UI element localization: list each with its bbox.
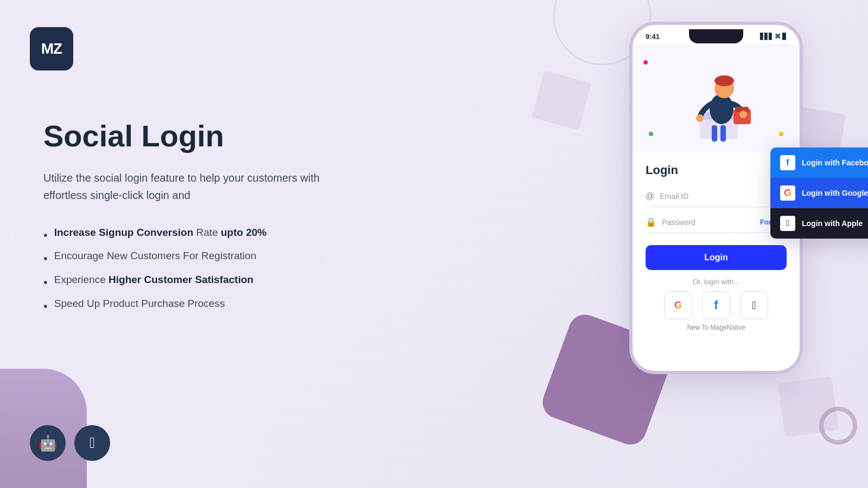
apple-icon:  <box>90 434 95 452</box>
apple-icon-phone:  <box>752 299 756 312</box>
phone-notch <box>689 29 743 43</box>
social-login-popup: f Login with Facebook G Login with Googl… <box>770 147 868 239</box>
apple-login-label: Login with Apple <box>802 219 863 228</box>
android-platform-button[interactable]: 🤖 <box>30 425 66 461</box>
illustration-svg <box>673 49 760 147</box>
google-icon: G <box>674 300 682 311</box>
svg-point-9 <box>696 114 704 122</box>
google-g-icon: G <box>784 188 792 199</box>
feature-bold: Increase Signup Conversion <box>54 227 194 238</box>
phone-login-title: Login <box>646 163 787 177</box>
brand-logo: MZ <box>30 27 73 70</box>
login-button[interactable]: Login <box>646 245 787 270</box>
facebook-login-button[interactable]: f Login with Facebook <box>770 147 868 178</box>
apple-social-button[interactable]:  <box>740 291 768 319</box>
or-divider-text: Or, login with... <box>646 278 787 286</box>
facebook-icon: f <box>714 298 718 312</box>
bullet-icon: • <box>43 271 48 294</box>
google-popup-icon: G <box>780 185 795 201</box>
svg-rect-2 <box>712 125 717 142</box>
logo-text: MZ <box>41 40 62 57</box>
svg-point-6 <box>714 75 734 86</box>
lock-icon: 🔒 <box>646 217 656 227</box>
phone-illustration-area <box>633 44 800 152</box>
list-item: • Experience Higher Customer Satisfactio… <box>43 270 391 294</box>
feature-text: Speed Up Product Purchase Process <box>54 294 225 313</box>
list-item: • Encourage New Customers For Registrati… <box>43 246 391 270</box>
bullet-icon: • <box>43 295 48 318</box>
google-login-button[interactable]: G Login with Google <box>770 178 868 208</box>
dot-green <box>649 132 653 136</box>
feature-bold-3: Higher Customer Satisfaction <box>108 274 253 285</box>
left-content-section: Social Login Utilize the social login fe… <box>43 119 391 318</box>
page-title: Social Login <box>43 119 391 153</box>
facebook-login-label: Login with Facebook <box>802 158 868 167</box>
social-login-row: G f  <box>646 291 787 319</box>
apple-login-button[interactable]:  Login with Apple <box>770 208 868 239</box>
description-text: Utilize the social login feature to help… <box>43 169 347 204</box>
facebook-f-icon: f <box>786 158 789 168</box>
facebook-social-button[interactable]: f <box>702 291 730 319</box>
google-login-label: Login with Google <box>802 189 868 197</box>
dot-yellow <box>779 132 783 136</box>
feature-text: Encourage New Customers For Registration <box>54 246 257 266</box>
apple-popup-icon-symbol:  <box>786 219 789 228</box>
google-social-button[interactable]: G <box>664 291 692 319</box>
email-icon: @ <box>646 191 654 201</box>
email-input-row[interactable]: @ Email ID <box>646 186 787 207</box>
features-list: • Increase Signup Conversion Rate upto 2… <box>43 223 391 318</box>
apple-popup-icon:  <box>780 216 795 231</box>
svg-rect-3 <box>720 125 726 142</box>
status-time: 9:41 <box>646 33 660 41</box>
bullet-icon: • <box>43 247 48 270</box>
platform-icons-section: 🤖  <box>30 425 110 461</box>
dot-pink <box>643 60 648 65</box>
list-item: • Speed Up Product Purchase Process <box>43 294 391 318</box>
email-placeholder: Email ID <box>660 192 787 201</box>
password-placeholder: Password <box>662 218 755 227</box>
android-icon: 🤖 <box>39 434 58 452</box>
phone-mockup-wrapper: 9:41 ▋▋▋ ⌘ ▊ <box>629 22 803 374</box>
new-user-text: New To MageNative <box>646 324 787 331</box>
password-input-row[interactable]: 🔒 Password Forgot? <box>646 211 787 233</box>
svg-point-10 <box>739 111 747 118</box>
bullet-icon: • <box>43 224 48 247</box>
status-icons: ▋▋▋ ⌘ ▊ <box>760 33 787 40</box>
svg-point-4 <box>710 94 733 124</box>
facebook-popup-icon: f <box>780 155 795 170</box>
feature-bold-2: upto 20% <box>221 227 266 238</box>
apple-platform-button[interactable]:  <box>74 425 110 461</box>
bg-ring <box>819 407 857 445</box>
bg-rect-3 <box>532 70 591 130</box>
list-item: • Increase Signup Conversion Rate upto 2… <box>43 223 391 247</box>
